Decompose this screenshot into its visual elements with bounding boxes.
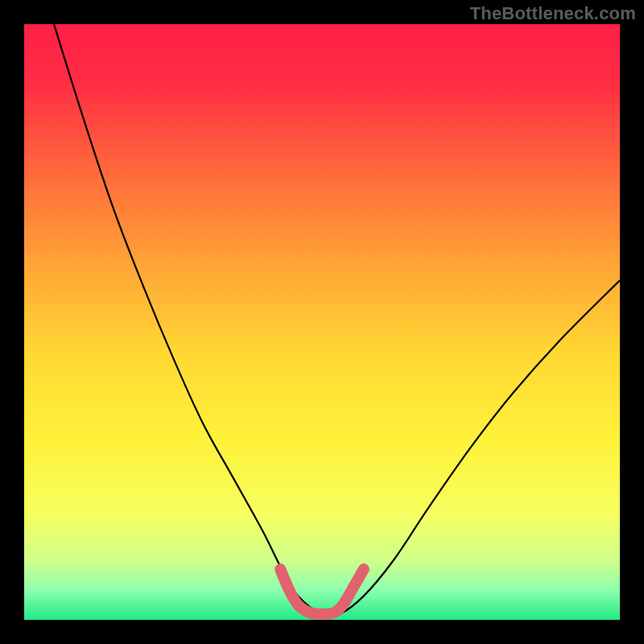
chart-frame: TheBottleneck.com [0,0,644,644]
bottleneck-chart [0,0,644,644]
watermark-label: TheBottleneck.com [470,3,636,24]
gradient-background [24,24,620,620]
